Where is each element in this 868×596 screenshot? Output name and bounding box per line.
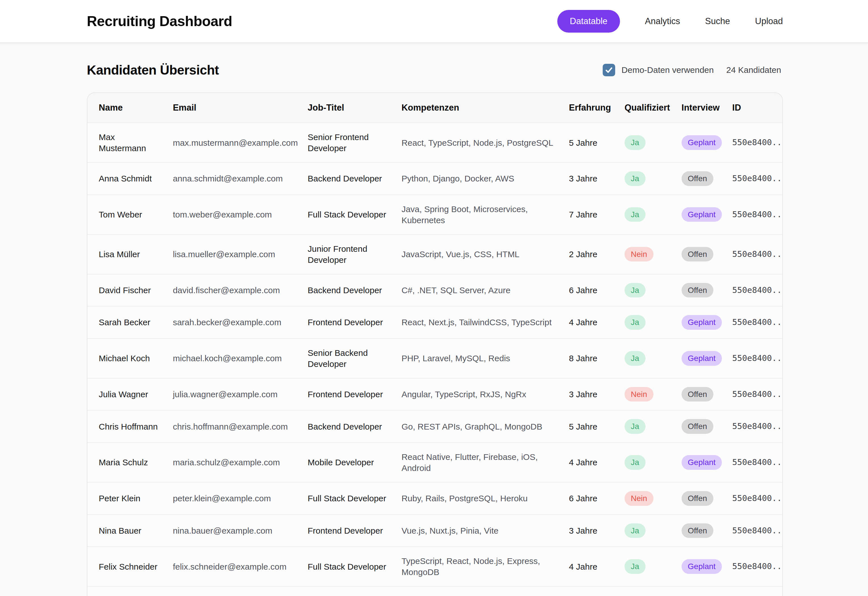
candidates-table: Name Email Job-Titel Kompetenzen Erfahru…: [87, 93, 782, 596]
candidate-job-title: Backend Developer: [301, 162, 395, 195]
candidate-email: chris.hoffmann@example.com: [167, 410, 301, 443]
candidate-name: Chris Hoffmann: [87, 410, 167, 443]
col-header-kompetenzen: Kompetenzen: [395, 93, 563, 123]
interview-badge: Offen: [682, 387, 713, 402]
col-header-id: ID: [726, 93, 782, 123]
candidate-experience: 5 Jahre: [563, 410, 618, 443]
candidate-id: 550e8400...: [726, 235, 782, 274]
candidate-email: maria.schulz@example.com: [167, 443, 301, 482]
candidate-job-title: Senior Frontend Developer: [301, 123, 395, 162]
candidate-name: Lisa Müller: [87, 235, 167, 274]
candidate-name: Michael Koch: [87, 339, 167, 378]
col-header-qualifiziert: Qualifiziert: [618, 93, 675, 123]
candidate-email: sarah.becker@example.com: [167, 306, 301, 339]
table-row: Tom Weber tom.weber@example.com Full Sta…: [87, 195, 782, 235]
nav-tab-datatable[interactable]: Datatable: [557, 10, 620, 32]
qualified-badge: Ja: [624, 135, 646, 150]
demo-data-checkbox[interactable]: [603, 64, 615, 76]
candidate-id: 550e8400...: [726, 547, 782, 586]
table-row: Felix Schneider felix.schneider@example.…: [87, 547, 782, 586]
interview-badge: Geplant: [682, 315, 722, 330]
qualified-badge: Ja: [624, 207, 646, 222]
candidate-job-title: Backend Developer: [301, 410, 395, 443]
qualified-badge: Ja: [624, 524, 646, 538]
candidate-skills: Go, REST APIs, GraphQL, MongoDB: [395, 410, 563, 443]
candidate-experience: 3 Jahre: [563, 515, 618, 547]
candidate-skills: React, TypeScript, Node.js, PostgreSQL: [395, 123, 563, 162]
candidate-experience: 3 Jahre: [563, 162, 618, 195]
candidate-email: lisa.mueller@example.com: [167, 235, 301, 274]
candidate-experience: 5 Jahre: [563, 123, 618, 162]
interview-badge: Offen: [682, 171, 713, 186]
table-row: Max Mustermann max.mustermann@example.co…: [87, 123, 782, 162]
top-bar: Recruiting Dashboard Datatable Analytics…: [0, 0, 868, 43]
interview-badge: Offen: [682, 524, 713, 538]
candidate-id: 550e8400...: [726, 123, 782, 162]
candidate-skills: C#, .NET, SQL Server, Azure: [395, 274, 563, 307]
table-row: Sophie Richter sophie.richter@example.co…: [87, 586, 782, 596]
qualified-badge: Ja: [624, 351, 646, 366]
candidate-name: Anna Schmidt: [87, 162, 167, 195]
candidate-email: felix.schneider@example.com: [167, 547, 301, 586]
candidate-email: anna.schmidt@example.com: [167, 162, 301, 195]
demo-data-label[interactable]: Demo-Daten verwenden: [621, 65, 714, 75]
app-title: Recruiting Dashboard: [87, 13, 232, 30]
table-row: Chris Hoffmann chris.hoffmann@example.co…: [87, 410, 782, 443]
qualified-badge: Ja: [624, 419, 646, 434]
col-header-erfahrung: Erfahrung: [563, 93, 618, 123]
demo-data-toggle[interactable]: Demo-Daten verwenden: [603, 64, 714, 76]
candidate-skills: Angular, TypeScript, RxJS, NgRx: [395, 378, 563, 410]
interview-badge: Offen: [682, 419, 713, 434]
candidate-id: 550e8400...: [726, 162, 782, 195]
qualified-badge: Nein: [624, 387, 654, 402]
nav-tab-suche[interactable]: Suche: [705, 10, 730, 32]
candidate-id: 550e8400...: [726, 482, 782, 515]
candidate-name: Julia Wagner: [87, 378, 167, 410]
nav-tab-analytics[interactable]: Analytics: [645, 10, 680, 32]
candidate-id: 550e8400...: [726, 195, 782, 235]
candidate-experience: 4 Jahre: [563, 547, 618, 586]
main-nav: Datatable Analytics Suche Upload: [557, 10, 783, 32]
candidate-job-title: Full Stack Developer: [301, 482, 395, 515]
candidate-name: Tom Weber: [87, 195, 167, 235]
checkmark-icon: [605, 66, 613, 74]
candidate-id: 550e8400...: [726, 515, 782, 547]
candidate-name: David Fischer: [87, 274, 167, 307]
candidate-email: sophie.richter@example.com: [167, 586, 301, 596]
candidate-email: julia.wagner@example.com: [167, 378, 301, 410]
candidate-skills: Vue.js, Nuxt.js, Pinia, Vite: [395, 515, 563, 547]
candidate-name: Sarah Becker: [87, 306, 167, 339]
candidate-job-title: Frontend Developer: [301, 515, 395, 547]
candidate-email: david.fischer@example.com: [167, 274, 301, 307]
candidate-job-title: Senior Backend Developer: [301, 339, 395, 378]
candidate-experience: 6 Jahre: [563, 274, 618, 307]
qualified-badge: Ja: [624, 283, 646, 298]
candidate-name: Felix Schneider: [87, 547, 167, 586]
candidate-skills: Java, Spring Boot, Microservices, Kubern…: [395, 195, 563, 235]
candidate-job-title: Frontend Developer: [301, 306, 395, 339]
col-header-interview: Interview: [675, 93, 726, 123]
table-row: Maria Schulz maria.schulz@example.com Mo…: [87, 443, 782, 482]
nav-tab-upload[interactable]: Upload: [755, 10, 783, 32]
interview-badge: Geplant: [682, 455, 722, 470]
candidate-experience: 7 Jahre: [563, 195, 618, 235]
candidate-skills: React Native, Flutter, Firebase, iOS, An…: [395, 443, 563, 482]
interview-badge: Offen: [682, 247, 713, 262]
candidate-experience: 4 Jahre: [563, 306, 618, 339]
candidate-id: 550e8400...: [726, 306, 782, 339]
candidate-job-title: Backend Developer: [301, 274, 395, 307]
table-body: Max Mustermann max.mustermann@example.co…: [87, 123, 782, 596]
interview-badge: Geplant: [682, 351, 722, 366]
table-row: David Fischer david.fischer@example.com …: [87, 274, 782, 307]
candidate-id: 550e8400...: [726, 378, 782, 410]
candidate-skills: PHP, Laravel, MySQL, Redis: [395, 339, 563, 378]
candidate-email: max.mustermann@example.com: [167, 123, 301, 162]
candidate-name: Peter Klein: [87, 482, 167, 515]
candidate-experience: 2 Jahre: [563, 235, 618, 274]
candidate-count: 24 Kandidaten: [726, 65, 781, 75]
candidate-experience: 8 Jahre: [563, 339, 618, 378]
candidate-experience: 6 Jahre: [563, 482, 618, 515]
table-row: Nina Bauer nina.bauer@example.com Fronte…: [87, 515, 782, 547]
candidate-name: Nina Bauer: [87, 515, 167, 547]
table-row: Peter Klein peter.klein@example.com Full…: [87, 482, 782, 515]
